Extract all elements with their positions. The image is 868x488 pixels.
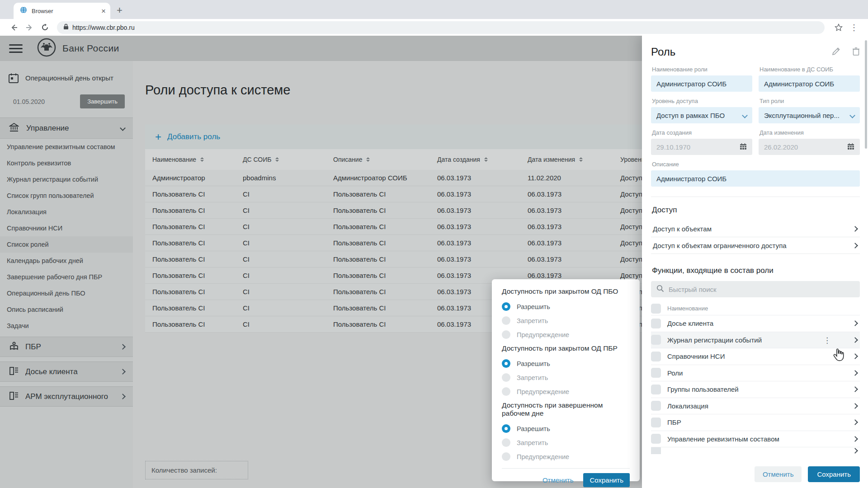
tab-close-icon[interactable]: × (101, 7, 106, 15)
edit-pencil-icon[interactable] (832, 47, 840, 57)
sort-icon[interactable] (579, 157, 583, 162)
radio-option[interactable]: Запретить (502, 314, 630, 328)
sidebar-section-client-dossier[interactable]: Досье клиента (0, 361, 133, 382)
select-all-checkbox[interactable] (651, 304, 661, 314)
calendar-icon[interactable] (740, 143, 747, 151)
chevron-right-icon (852, 403, 858, 409)
sidebar-item-localization[interactable]: Локализация (0, 204, 133, 220)
checkbox[interactable] (651, 385, 661, 394)
sort-icon[interactable] (200, 157, 204, 162)
add-role-button[interactable]: Добавить роль (167, 132, 220, 141)
radio-selected-icon[interactable] (502, 424, 510, 433)
radio-selected-icon[interactable] (502, 302, 510, 311)
refresh-icon[interactable] (37, 23, 52, 31)
function-row-clipped[interactable] (651, 447, 860, 454)
sidebar-item-user-groups[interactable]: Список групп пользователей (0, 188, 133, 204)
radio-option[interactable]: Предупреждение (502, 328, 630, 342)
sort-icon[interactable] (275, 157, 279, 162)
sidebar-item-tasks[interactable]: Задачи (0, 318, 133, 334)
browser-menu-kebab-icon[interactable]: ⋮ (846, 23, 862, 33)
sidebar-item-work-calendar[interactable]: Календарь рабочих дней (0, 253, 133, 269)
radio-icon[interactable] (502, 316, 510, 325)
quick-search-box[interactable] (651, 281, 860, 297)
function-row-requisite-management[interactable]: Управление реквизитным составом (651, 431, 860, 448)
restricted-access-objects-link[interactable]: Доступ к объектам ограниченного доступа (651, 237, 860, 254)
radio-option[interactable]: Предупреждение (502, 385, 630, 399)
role-name-input[interactable]: Администратор СОИБ (651, 75, 752, 92)
sidebar-section-arm[interactable]: АРМ эксплутационного (0, 386, 133, 407)
bookmark-star-icon[interactable] (831, 23, 846, 32)
calendar-icon[interactable] (847, 143, 854, 151)
ds-soib-name-input[interactable]: Администратор СОИБ (759, 75, 860, 92)
function-list-header: Наименование (651, 302, 860, 315)
column-header-description: Описание (333, 156, 437, 163)
description-input[interactable]: Администратор СОИБ (651, 170, 860, 187)
sidebar-item-roles-list[interactable]: Список ролей (0, 236, 133, 253)
sidebar-item-pbo-operational-day[interactable]: Операционный день ПБО (0, 285, 133, 301)
lock-icon (63, 23, 69, 32)
panel-scrollbar[interactable] (865, 40, 867, 149)
checkbox[interactable] (651, 368, 661, 378)
sidebar-item-event-log[interactable]: Журнал регистрации событий (0, 171, 133, 188)
function-row-client-dossier[interactable]: Досье клиента (651, 315, 860, 332)
function-row-user-groups[interactable]: Группы пользователей (651, 381, 860, 398)
delete-trash-icon[interactable] (852, 47, 860, 57)
hamburger-menu-icon[interactable] (9, 44, 23, 53)
browser-tab[interactable]: Browser × (14, 3, 110, 19)
function-row-pbr[interactable]: ПБР (651, 414, 860, 431)
function-row-event-log[interactable]: Журнал регистрации событий ⋮ (651, 332, 860, 349)
popup-cancel-button[interactable]: Отменить (542, 476, 574, 484)
finish-day-button[interactable]: Завершить (80, 94, 125, 108)
radio-option[interactable]: Запретить (502, 371, 630, 385)
sidebar-item-pbr-day-end[interactable]: Завершение рабочего дня ПБР (0, 269, 133, 285)
new-tab-button[interactable]: + (117, 4, 123, 17)
sort-icon[interactable] (484, 157, 488, 162)
sort-icon[interactable] (366, 157, 370, 162)
modified-date-input[interactable]: 26.02.2020 (759, 139, 860, 155)
radio-option[interactable]: Запретить (502, 436, 630, 450)
radio-icon[interactable] (502, 438, 510, 447)
globe-icon (20, 6, 27, 15)
sidebar-section-pbr[interactable]: ПБР (0, 337, 133, 357)
sidebar-section-management[interactable]: Управление (0, 117, 133, 139)
radio-option[interactable]: Предупреждение (502, 450, 630, 464)
sidebar-item-requisite-control[interactable]: Контроль реквизитов (0, 155, 133, 171)
created-date-input[interactable]: 29.10.1970 (651, 139, 752, 155)
access-objects-link[interactable]: Доступ к объектам (651, 221, 860, 237)
bank-of-russia-logo-icon (37, 38, 56, 59)
checkbox[interactable] (651, 434, 661, 444)
radio-option[interactable]: Разрешить (502, 422, 630, 436)
checkbox[interactable] (651, 447, 661, 454)
radio-icon[interactable] (502, 373, 510, 382)
popup-save-button[interactable]: Сохранить (583, 473, 630, 487)
checkbox[interactable] (651, 401, 661, 411)
row-actions-kebab-icon[interactable]: ⋮ (823, 336, 831, 345)
radio-icon[interactable] (502, 452, 510, 461)
function-row-roles[interactable]: Роли (651, 365, 860, 382)
checkbox[interactable] (651, 319, 661, 328)
panel-cancel-button[interactable]: Отменить (755, 466, 802, 482)
radio-selected-icon[interactable] (502, 359, 510, 368)
checkbox[interactable] (651, 418, 661, 427)
browser-tab-bar: Browser × + (0, 0, 868, 19)
radio-option[interactable]: Разрешить (502, 357, 630, 371)
sidebar-item-nsi-directories[interactable]: Справочники НСИ (0, 220, 133, 236)
back-icon[interactable] (6, 23, 22, 32)
radio-icon[interactable] (502, 330, 510, 339)
panel-save-button[interactable]: Сохранить (808, 466, 860, 482)
role-type-select[interactable]: Эксплутационный пер... (759, 107, 860, 123)
radio-option[interactable]: Разрешить (502, 300, 630, 314)
forward-icon[interactable] (22, 23, 37, 32)
access-level-select[interactable]: Доступ в рамках ПБО (651, 107, 752, 123)
sidebar-item-schedules[interactable]: Опись расписаний (0, 301, 133, 318)
function-row-localization[interactable]: Локализация (651, 398, 860, 415)
checkbox[interactable] (651, 352, 661, 361)
sidebar-item-requisite-management[interactable]: Управление реквизитным составом (0, 139, 133, 155)
chevron-right-icon (852, 448, 858, 454)
address-bar[interactable]: https://www.cbr.pbo.ru (57, 21, 825, 34)
pbr-icon (9, 341, 19, 353)
function-row-nsi-directories[interactable]: Справочники НСИ (651, 348, 860, 365)
checkbox[interactable] (651, 335, 661, 345)
search-input[interactable] (669, 286, 847, 293)
radio-icon[interactable] (502, 387, 510, 396)
